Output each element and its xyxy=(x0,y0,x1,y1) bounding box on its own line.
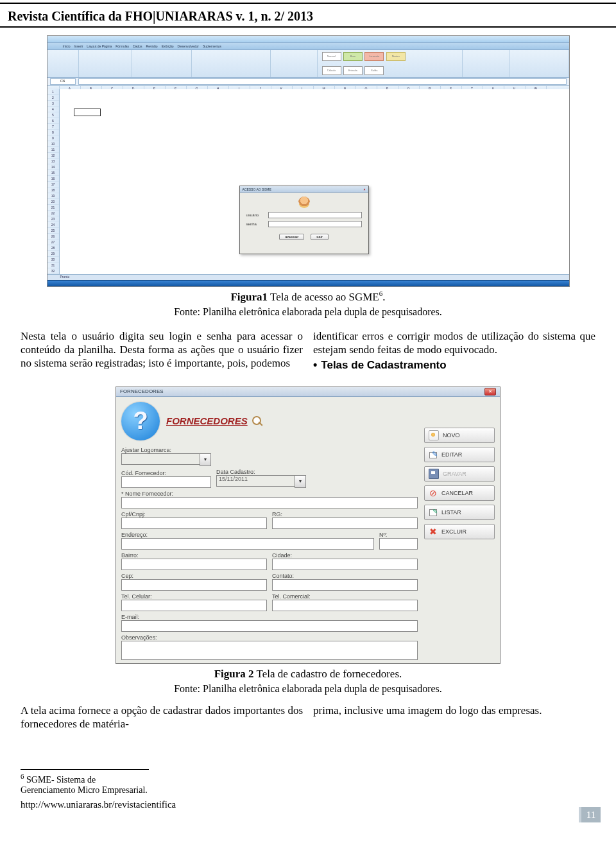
excel-ribbon: Normal Bom Incorreto Neutro Cálculo Entr… xyxy=(47,50,569,78)
form-title: FORNECEDORES xyxy=(166,415,248,426)
figure2-caption: Figura 2 Tela de cadastro de fornecedore… xyxy=(0,668,616,681)
delete-icon xyxy=(429,527,438,536)
figure1-caption: Figura1 Tela de acesso ao SGME6. xyxy=(0,290,616,304)
new-icon xyxy=(429,430,439,440)
body-left-1: Nesta tela o usuário digita seu login e … xyxy=(21,329,303,372)
cancel-icon xyxy=(429,489,438,498)
obs-input[interactable] xyxy=(121,641,418,660)
footer-url: http://www.uniararas.br/revistacientific… xyxy=(0,795,616,821)
label-email: E-mail: xyxy=(121,614,418,620)
globe-icon xyxy=(121,402,160,440)
cancelar-button[interactable]: CANCELAR xyxy=(424,485,495,501)
email-input[interactable] xyxy=(121,620,418,632)
label-cidade: Cidade: xyxy=(272,552,418,559)
datacad-input[interactable]: 15/11/2011 xyxy=(216,475,295,487)
password-input[interactable] xyxy=(268,221,362,227)
formula-bar[interactable] xyxy=(78,78,567,85)
password-label: senha xyxy=(246,222,266,226)
close-icon[interactable]: × xyxy=(484,388,496,395)
login-dialog: ACESSO AO SGME × usuário senha xyxy=(239,186,369,254)
body-right-2: prima, inclusive uma imagem do logo das … xyxy=(313,704,595,731)
user-icon xyxy=(298,196,310,208)
list-icon xyxy=(429,508,438,517)
excluir-button[interactable]: EXCLUIR xyxy=(424,524,495,539)
label-ajustar: Ajustar Logomarca: xyxy=(121,447,211,453)
windows-taskbar xyxy=(47,280,569,286)
save-icon xyxy=(429,469,439,479)
figure-1: InícioInserirLayout de Página FórmulasDa… xyxy=(47,35,570,287)
label-cod: Cód. Fornecedor: xyxy=(121,470,211,476)
figure2-source: Fonte: Planilha eletrônica elaborada pel… xyxy=(0,683,616,695)
username-input[interactable] xyxy=(268,212,362,218)
dropdown-icon[interactable] xyxy=(295,475,306,488)
celular-input[interactable] xyxy=(121,600,267,611)
figure-2: FORNECEDORES × FORNECEDORES Ajustar Logo… xyxy=(116,387,501,664)
endereco-input[interactable] xyxy=(121,538,374,550)
editar-button[interactable]: EDITAR xyxy=(424,447,495,462)
novo-button[interactable]: NOVO xyxy=(424,428,495,443)
contato-input[interactable] xyxy=(272,579,418,591)
label-rg: RG: xyxy=(272,511,418,517)
body-left-2: A tela acima fornece a opção de cadastra… xyxy=(21,704,303,731)
cep-input[interactable] xyxy=(121,579,267,591)
label-nome: * Nome Fornecedor: xyxy=(121,491,418,497)
label-contato: Contato: xyxy=(272,573,418,579)
dropdown-icon[interactable] xyxy=(200,453,211,466)
listar-button[interactable]: LISTAR xyxy=(424,505,495,520)
footnote: 6 SGME- Sistema de Gerenciamento Micro E… xyxy=(21,769,149,795)
close-icon[interactable]: × xyxy=(364,187,366,191)
nome-input[interactable] xyxy=(121,497,418,508)
journal-header: Revista Científica da FHO|UNIARARAS v. 1… xyxy=(0,4,616,25)
access-button[interactable]: acessar xyxy=(279,234,304,240)
logomarca-input[interactable] xyxy=(121,453,200,465)
cod-input[interactable] xyxy=(121,476,211,488)
comercial-input[interactable] xyxy=(272,600,418,611)
figure1-source: Fonte: Planilha eletrônica elaborada pel… xyxy=(0,306,616,318)
label-datacad: Data Cadastro: xyxy=(216,469,306,475)
rg-input[interactable] xyxy=(272,517,418,529)
search-icon[interactable] xyxy=(252,415,263,427)
gravar-button[interactable]: GRAVAR xyxy=(424,466,495,482)
label-num: Nº: xyxy=(379,532,418,538)
excel-titlebar xyxy=(47,36,569,43)
num-input[interactable] xyxy=(379,538,418,550)
window-title: FORNECEDORES xyxy=(120,388,164,394)
name-box[interactable]: C6 xyxy=(50,78,76,85)
label-celular: Tel. Celular: xyxy=(121,593,267,600)
body-right-1: identificar erros e corrigir modos de ut… xyxy=(313,329,595,357)
label-endereco: Endereço: xyxy=(121,532,374,538)
username-label: usuário xyxy=(246,213,266,217)
excel-tabs: InícioInserirLayout de Página FórmulasDa… xyxy=(47,43,569,50)
bairro-input[interactable] xyxy=(121,559,267,570)
cidade-input[interactable] xyxy=(272,559,418,570)
cpf-input[interactable] xyxy=(121,517,267,529)
page-number: 11 xyxy=(581,807,601,822)
login-dialog-title: ACESSO AO SGME xyxy=(243,187,271,191)
selected-cell[interactable] xyxy=(74,109,101,116)
label-cep: Cep: xyxy=(121,573,267,579)
label-bairro: Bairro: xyxy=(121,552,267,559)
edit-icon xyxy=(429,450,438,459)
label-obs: Observações: xyxy=(121,634,418,641)
exit-button[interactable]: sair xyxy=(311,234,329,240)
row-headers: 12345678910 11121314151617181920 2122232… xyxy=(47,89,60,275)
label-comercial: Tel. Comercial: xyxy=(272,593,418,600)
label-cpf: Cpf/Cnpj: xyxy=(121,511,267,517)
section-heading: Telas de Cadastramento xyxy=(321,358,446,372)
